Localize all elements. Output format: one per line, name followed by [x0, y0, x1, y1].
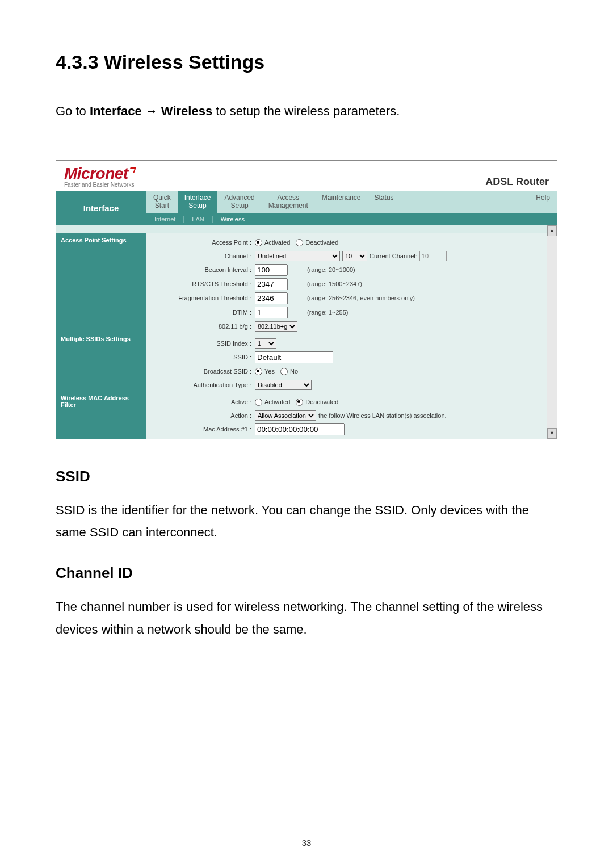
heading-ssid: SSID — [56, 468, 557, 485]
tab-access-management[interactable]: Access Management — [262, 191, 315, 213]
input-frag-threshold[interactable] — [255, 292, 288, 304]
hint-dtim: (range: 1~255) — [307, 309, 348, 316]
label-action: Action : — [149, 412, 255, 419]
input-dtim[interactable] — [255, 307, 288, 318]
device-title: ADSL Router — [485, 176, 549, 188]
section-heading: 4.3.3 Wireless Settings — [56, 51, 557, 73]
paragraph-ssid: SSID is the identifier for the network. … — [56, 499, 557, 544]
tab-interface-setup[interactable]: Interface Setup — [178, 191, 218, 213]
input-rts-threshold[interactable] — [255, 278, 288, 290]
intro-paragraph: Go to Interface → Wireless to setup the … — [56, 102, 557, 120]
radio-filter-activated[interactable] — [255, 399, 262, 406]
router-screenshot: Micronet Faster and Easier Networks ADSL… — [56, 160, 557, 439]
select-ssid-index[interactable]: 1 — [255, 338, 276, 349]
paragraph-channel-id: The channel number is used for wireless … — [56, 596, 557, 640]
section-header-ssid: Multiple SSIDs Settings — [56, 332, 146, 346]
display-current-channel: 10 — [419, 251, 447, 261]
tab-maintenance[interactable]: Maintenance — [315, 191, 368, 213]
radio-broadcast-yes[interactable] — [255, 368, 262, 375]
scroll-down-icon[interactable]: ▼ — [547, 428, 557, 439]
radio-filter-deactivated[interactable] — [296, 399, 303, 406]
scrollbar[interactable]: ▲ ▼ — [547, 225, 557, 439]
radio-ap-deactivated[interactable] — [296, 239, 303, 246]
select-channel-region[interactable]: Undefined — [255, 251, 340, 261]
select-channel-number[interactable]: 10 — [342, 251, 367, 261]
label-mac1: Mac Address #1 : — [149, 426, 255, 433]
select-bg-mode[interactable]: 802.11b+g — [255, 321, 297, 332]
label-dtim: DTIM : — [149, 309, 255, 316]
label-bg-mode: 802.11 b/g : — [149, 323, 255, 330]
label-ssid: SSID : — [149, 354, 255, 360]
label-active: Active : — [149, 399, 255, 405]
brand-logo: Micronet — [64, 166, 134, 181]
radio-broadcast-no[interactable] — [280, 368, 288, 375]
label-current-channel: Current Channel: — [370, 253, 417, 259]
radio-label-no: No — [290, 368, 298, 375]
tab-help[interactable]: Help — [529, 191, 557, 213]
radio-label-yes: Yes — [264, 368, 275, 375]
tab-quick-start[interactable]: Quick Start — [146, 191, 178, 213]
label-broadcast-ssid: Broadcast SSID : — [149, 368, 255, 375]
radio-ap-activated[interactable] — [255, 239, 262, 246]
input-mac1[interactable] — [255, 423, 345, 435]
select-action[interactable]: Allow Association — [255, 410, 316, 421]
tab-advanced-setup[interactable]: Advanced Setup — [217, 191, 261, 213]
label-rts: RTS/CTS Threshold : — [149, 280, 255, 287]
hint-beacon: (range: 20~1000) — [307, 266, 355, 273]
nav-section-label: Interface — [56, 191, 146, 225]
hint-rts: (range: 1500~2347) — [307, 280, 362, 287]
radio-label-activated: Activated — [264, 239, 290, 246]
page-number: 33 — [0, 838, 613, 848]
subtab-lan[interactable]: LAN — [184, 216, 212, 223]
input-ssid[interactable] — [255, 351, 333, 363]
input-beacon-interval[interactable] — [255, 264, 288, 276]
radio-label-deactivated: Deactivated — [305, 239, 338, 246]
label-access-point: Access Point : — [149, 239, 255, 246]
section-header-macfilter: Wireless MAC Address Filter — [56, 391, 146, 412]
hint-frag: (range: 256~2346, even numbers only) — [307, 295, 415, 301]
label-auth-type: Authentication Type : — [149, 381, 255, 388]
label-channel: Channel : — [149, 253, 255, 259]
scroll-up-icon[interactable]: ▲ — [547, 225, 557, 236]
section-header-ap: Access Point Settings — [56, 233, 146, 247]
select-auth-type[interactable]: Disabled — [255, 380, 312, 390]
subtab-internet[interactable]: Internet — [146, 216, 184, 223]
brand-tagline: Faster and Easier Networks — [64, 182, 134, 188]
heading-channel-id: Channel ID — [56, 564, 557, 582]
label-ssid-index: SSID Index : — [149, 340, 255, 347]
label-beacon: Beacon Interval : — [149, 266, 255, 273]
tab-status[interactable]: Status — [368, 191, 401, 213]
subtab-wireless[interactable]: Wireless — [213, 216, 253, 223]
label-frag: Fragmentation Threshold : — [149, 295, 255, 301]
label-action-tail: the follow Wireless LAN station(s) assoc… — [318, 412, 447, 419]
